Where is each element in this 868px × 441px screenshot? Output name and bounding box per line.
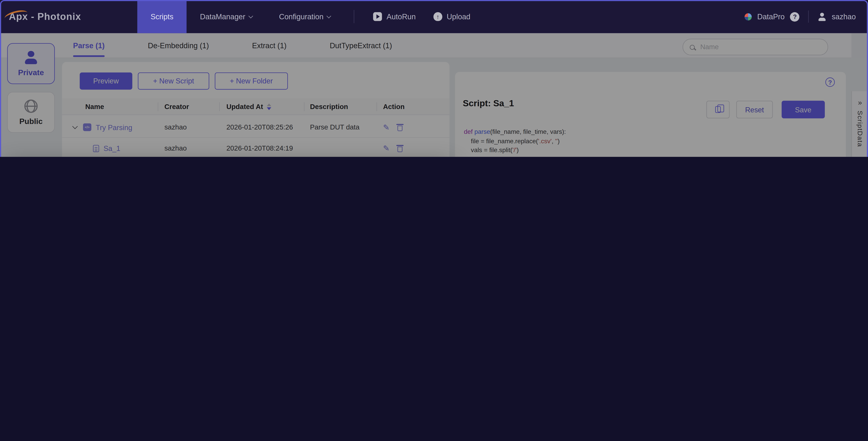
- nav-menu: Scripts DataManager Configuration: [137, 0, 344, 33]
- datapro-link[interactable]: DataPro: [757, 12, 785, 21]
- username[interactable]: sazhao: [832, 12, 856, 21]
- nav-item-label: DataManager: [200, 12, 245, 21]
- nav-action-label: Upload: [446, 12, 470, 21]
- modal-mask[interactable]: [0, 33, 868, 157]
- top-navbar: Apx - Photonix Scripts DataManager Confi…: [0, 0, 868, 33]
- app-logo[interactable]: Apx - Photonix: [0, 0, 137, 33]
- nav-action-upload[interactable]: ↑ Upload: [425, 0, 479, 33]
- nav-item-configuration[interactable]: Configuration: [266, 0, 344, 33]
- nav-right-group: DataPro ? sazhao: [745, 0, 868, 33]
- nav-action-autorun[interactable]: AutoRun: [365, 0, 425, 33]
- nav-quick-actions: AutoRun ↑ Upload: [365, 0, 479, 33]
- nav-item-scripts[interactable]: Scripts: [137, 0, 187, 33]
- nav-item-datamanager[interactable]: DataManager: [187, 0, 266, 33]
- upload-icon: ↑: [433, 12, 442, 21]
- nav-item-label: Scripts: [151, 12, 174, 21]
- nav-divider: [354, 10, 354, 23]
- chevron-down-icon: [249, 13, 253, 18]
- datapro-pie-icon: [745, 13, 752, 20]
- play-icon: [373, 12, 382, 21]
- chevron-down-icon: [327, 13, 332, 18]
- nav-action-label: AutoRun: [386, 12, 416, 21]
- user-avatar-icon: [818, 12, 826, 21]
- nav-item-label: Configuration: [279, 12, 323, 21]
- help-icon[interactable]: ?: [790, 12, 800, 21]
- nav-divider: [809, 10, 809, 23]
- app-window: Apx - Photonix Scripts DataManager Confi…: [0, 0, 868, 157]
